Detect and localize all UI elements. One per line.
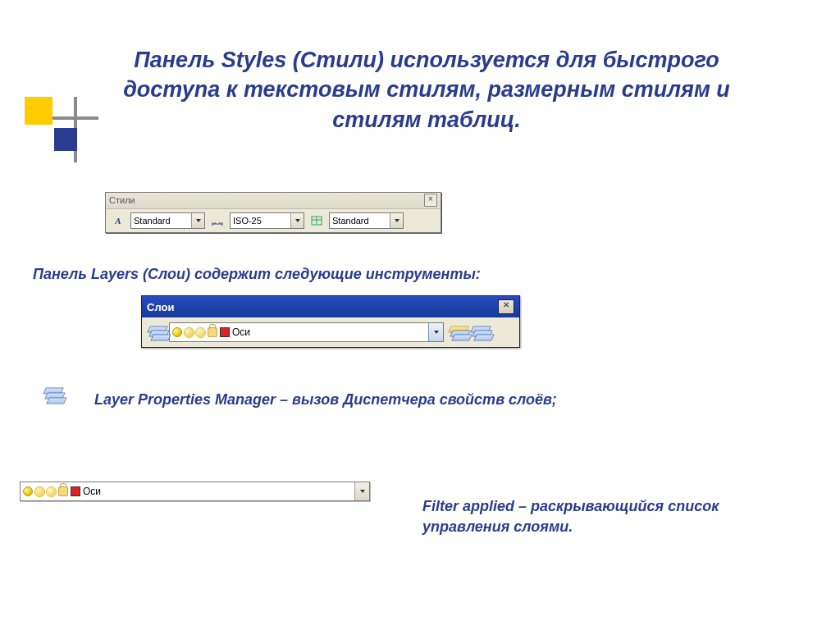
chevron-down-icon[interactable] xyxy=(390,213,403,228)
dim-style-icon[interactable] xyxy=(208,212,226,230)
layer-previous-button[interactable] xyxy=(448,323,466,341)
sun-icon xyxy=(47,487,56,496)
table-style-icon[interactable] xyxy=(308,212,326,230)
layers-intro-text: Панель Layers (Слои) содержит следующие … xyxy=(33,266,481,283)
chevron-down-icon[interactable] xyxy=(290,213,304,228)
sun-icon xyxy=(185,328,194,337)
text-style-combo[interactable]: Standard xyxy=(130,212,205,229)
layers-toolbar: Слои ✕ Оси xyxy=(141,295,520,348)
sun-icon xyxy=(196,328,205,337)
layer-filter-combo[interactable]: Оси xyxy=(169,322,444,342)
layer-filter-standalone[interactable]: Оси xyxy=(20,482,370,501)
chevron-down-icon[interactable] xyxy=(191,213,204,228)
current-layer-name: Оси xyxy=(232,326,426,338)
sun-icon xyxy=(35,487,44,496)
layer-color-swatch xyxy=(71,486,80,496)
close-icon[interactable]: ✕ xyxy=(498,299,514,314)
layer-manager-text: Layer Properties Manager – вызов Диспетч… xyxy=(94,391,557,409)
layer-properties-button[interactable] xyxy=(147,323,165,341)
table-style-value: Standard xyxy=(332,216,390,226)
table-style-combo[interactable]: Standard xyxy=(329,212,404,229)
current-layer-name: Оси xyxy=(83,486,352,497)
styles-toolbar: Стили × A Standard ISO-25 Standard xyxy=(105,192,441,233)
dim-style-combo[interactable]: ISO-25 xyxy=(230,212,304,229)
layer-states-button[interactable] xyxy=(470,323,488,341)
dim-style-value: ISO-25 xyxy=(233,216,290,226)
bulb-icon xyxy=(172,327,182,337)
layers-toolbar-title: Слои xyxy=(147,301,174,313)
slide-decor xyxy=(25,97,98,171)
styles-toolbar-title: Стили xyxy=(109,195,135,205)
bulb-icon xyxy=(23,486,33,496)
slide-title: Панель Styles (Стили) используется для б… xyxy=(98,45,755,135)
chevron-down-icon[interactable] xyxy=(354,482,369,500)
text-style-icon[interactable]: A xyxy=(109,212,127,230)
layer-stack-icon xyxy=(41,386,67,407)
chevron-down-icon[interactable] xyxy=(428,323,443,341)
layer-color-swatch xyxy=(220,327,230,337)
close-icon[interactable]: × xyxy=(424,194,437,207)
lock-icon xyxy=(208,327,217,337)
filter-applied-text: Filter applied – раскрывающийся список у… xyxy=(422,496,775,537)
lock-icon xyxy=(58,486,68,496)
text-style-value: Standard xyxy=(134,216,191,226)
